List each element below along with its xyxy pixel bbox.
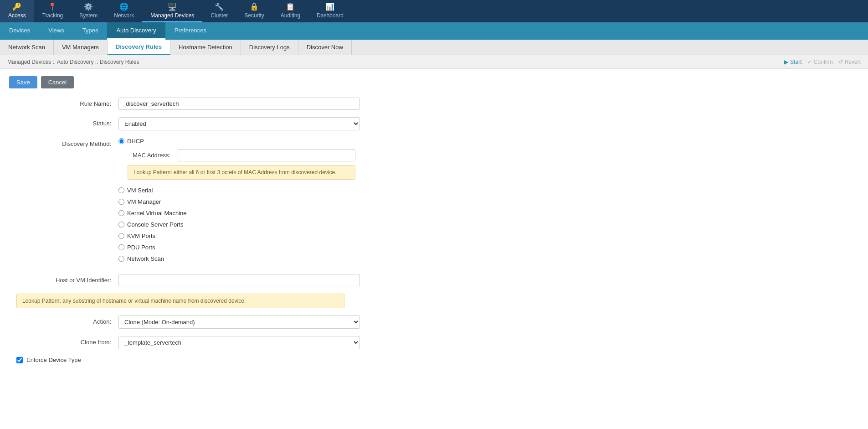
cluster-icon: 🔧 (215, 2, 224, 11)
tab-discovery-logs[interactable]: Discovery Logs (241, 40, 298, 55)
host-vm-input[interactable] (118, 274, 360, 286)
nav-access[interactable]: 🔑 Access (0, 0, 34, 22)
action-select[interactable]: Clone (Mode: On-demand) Clone (Mode: Alw… (118, 315, 360, 329)
status-row: Status: Enabled Disabled (46, 117, 392, 130)
discovery-method-label: Discovery Method: (46, 138, 118, 147)
tab-views[interactable]: Views (39, 22, 73, 40)
action-section: Action: Clone (Mode: On-demand) Clone (M… (46, 315, 392, 349)
radio-vm-manager-label: VM Manager (127, 198, 161, 205)
tab-preferences[interactable]: Preferences (165, 22, 216, 40)
managed-devices-icon: 🖥️ (168, 2, 177, 11)
nav-tracking[interactable]: 📍 Tracking (34, 0, 72, 22)
nav-auditing[interactable]: 📋 Auditing (272, 0, 308, 22)
tab-network-scan[interactable]: Network Scan (0, 40, 54, 55)
status-label: Status: (46, 117, 118, 127)
clone-from-label: Clone from: (46, 336, 118, 346)
radio-console-server-ports-label: Console Server Ports (127, 221, 184, 228)
radio-network-scan[interactable]: Network Scan (118, 255, 355, 262)
radio-dhcp[interactable]: DHCP (118, 138, 355, 145)
radio-kernel-vm-label: Kernel Virtual Machine (127, 210, 187, 217)
tab-hostname-detection[interactable]: Hostname Detection (170, 40, 241, 55)
host-info-box-container: Lookup Pattern: any substring of hostnam… (16, 294, 354, 308)
radio-vm-serial[interactable]: VM Serial (118, 187, 355, 194)
radio-console-server-ports[interactable]: Console Server Ports (118, 221, 355, 228)
confirm-icon: ✓ (807, 59, 812, 65)
mac-address-input[interactable] (178, 149, 355, 161)
action-buttons: Save Cancel (9, 76, 859, 88)
clone-from-row: Clone from: _template_servertech (46, 336, 392, 349)
nav-security[interactable]: 🔒 Security (236, 0, 272, 22)
status-select[interactable]: Enabled Disabled (118, 117, 360, 130)
action-label: Action: (46, 315, 118, 325)
enforce-device-type-checkbox[interactable] (16, 357, 23, 363)
nav-system[interactable]: ⚙️ System (71, 0, 106, 22)
radio-kvm-ports[interactable]: KVM Ports (118, 233, 355, 239)
clone-from-select[interactable]: _template_servertech (118, 336, 360, 349)
save-button[interactable]: Save (9, 76, 37, 88)
start-button[interactable]: ▶ Start (784, 59, 801, 65)
radio-vm-serial-label: VM Serial (127, 187, 153, 194)
auditing-icon: 📋 (286, 2, 295, 11)
host-vm-row: Host or VM Identifier: (46, 274, 392, 286)
tab-discovery-rules[interactable]: Discovery Rules (108, 40, 170, 55)
access-icon: 🔑 (12, 2, 21, 11)
breadcrumb-actions: ▶ Start ✓ Confirm ↺ Revert (784, 59, 861, 65)
discovery-method-row: Discovery Method: DHCP MAC Address: Look… (46, 138, 392, 267)
tracking-icon: 📍 (48, 2, 57, 11)
rule-name-row: Rule Name: (46, 98, 392, 110)
radio-network-scan-label: Network Scan (127, 255, 164, 262)
tab-discover-now[interactable]: Discover Now (298, 40, 352, 55)
host-vm-label: Host or VM Identifier: (46, 274, 118, 284)
revert-icon: ↺ (838, 59, 843, 65)
mac-address-row: MAC Address: (128, 149, 355, 161)
nav-dashboard[interactable]: 📊 Dashboard (308, 0, 352, 22)
radio-dhcp-label: DHCP (127, 138, 144, 145)
third-nav: Network Scan VM Managers Discovery Rules… (0, 40, 868, 55)
start-icon: ▶ (784, 59, 788, 65)
rule-name-label: Rule Name: (46, 98, 118, 107)
top-nav: 🔑 Access 📍 Tracking ⚙️ System 🌐 Network … (0, 0, 868, 22)
nav-managed-devices[interactable]: 🖥️ Managed Devices (142, 0, 202, 22)
rule-name-input[interactable] (118, 98, 360, 110)
dashboard-icon: 📊 (325, 2, 334, 11)
cancel-button[interactable]: Cancel (41, 76, 74, 88)
enforce-device-type-row: Enforce Device Type (16, 357, 859, 363)
network-icon: 🌐 (119, 2, 128, 11)
breadcrumb: Managed Devices :: Auto Discovery :: Dis… (7, 59, 139, 65)
tab-types[interactable]: Types (73, 22, 108, 40)
radio-vm-manager[interactable]: VM Manager (118, 198, 355, 205)
content-area: Save Cancel Rule Name: Status: Enabled D… (0, 69, 868, 429)
discovery-method-options: DHCP MAC Address: Lookup Pattern: either… (118, 138, 355, 267)
action-row: Action: Clone (Mode: On-demand) Clone (M… (46, 315, 392, 329)
radio-kvm-ports-label: KVM Ports (127, 233, 155, 239)
host-info-box: Lookup Pattern: any substring of hostnam… (16, 294, 344, 308)
radio-pdu-ports-label: PDU Ports (127, 244, 155, 251)
radio-pdu-ports[interactable]: PDU Ports (118, 244, 355, 251)
tab-auto-discovery[interactable]: Auto Discovery (107, 22, 165, 40)
tab-devices[interactable]: Devices (0, 22, 39, 40)
mac-address-label: MAC Address: (128, 152, 178, 159)
system-icon: ⚙️ (84, 2, 93, 11)
second-nav: Devices Views Types Auto Discovery Prefe… (0, 22, 868, 40)
confirm-button[interactable]: ✓ Confirm (807, 59, 833, 65)
breadcrumb-bar: Managed Devices :: Auto Discovery :: Dis… (0, 55, 868, 69)
nav-network[interactable]: 🌐 Network (106, 0, 142, 22)
tab-vm-managers[interactable]: VM Managers (54, 40, 108, 55)
security-icon: 🔒 (250, 2, 259, 11)
radio-kernel-vm[interactable]: Kernel Virtual Machine (118, 210, 355, 217)
enforce-device-type-label: Enforce Device Type (26, 357, 81, 363)
dhcp-info-box: Lookup Pattern: either all 6 or first 3 … (128, 165, 355, 180)
nav-cluster[interactable]: 🔧 Cluster (202, 0, 236, 22)
revert-button[interactable]: ↺ Revert (838, 59, 861, 65)
form-section: Rule Name: Status: Enabled Disabled Disc… (46, 98, 392, 286)
